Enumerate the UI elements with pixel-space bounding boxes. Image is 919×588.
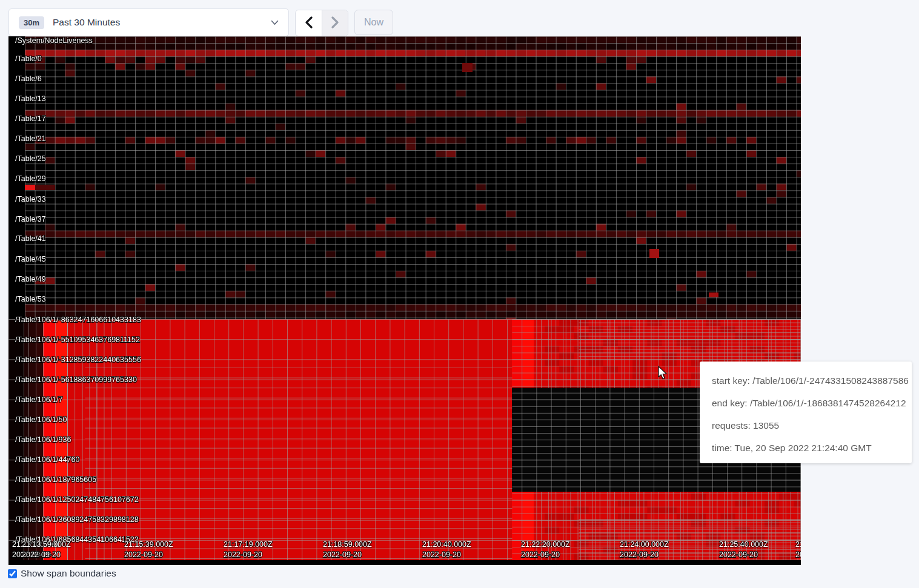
forward-button[interactable] [322,10,348,36]
span-boundaries-checkbox[interactable] [8,569,17,578]
chevron-right-icon [331,16,339,30]
time-range-select[interactable]: 30m Past 30 Minutes [8,8,289,36]
time-range-badge: 30m [19,16,44,29]
cell-tooltip: start key: /Table/106/1/-247433150824388… [700,362,912,463]
footer: Show span boundaries [8,568,116,579]
span-boundaries-label[interactable]: Show span boundaries [21,568,116,579]
back-button[interactable] [296,10,322,36]
time-nav-group [295,10,348,36]
time-range-label: Past 30 Minutes [53,17,120,28]
tooltip-line: start key: /Table/106/1/-247433150824388… [712,369,900,392]
chevron-down-icon [271,20,279,25]
tooltip-line: requests: 13055 [712,414,900,437]
key-visualizer-chart: /System/NodeLiveness/Table/0/Table/6/Tab… [8,36,801,565]
tooltip-line: time: Tue, 20 Sep 2022 21:24:40 GMT [712,437,900,459]
toolbar: 30m Past 30 Minutes Now [8,8,393,36]
chevron-left-icon [305,16,313,30]
heatmap-canvas[interactable] [8,36,801,565]
now-button[interactable]: Now [354,10,393,35]
tooltip-line: end key: /Table/106/1/-18683814745282642… [712,392,900,414]
